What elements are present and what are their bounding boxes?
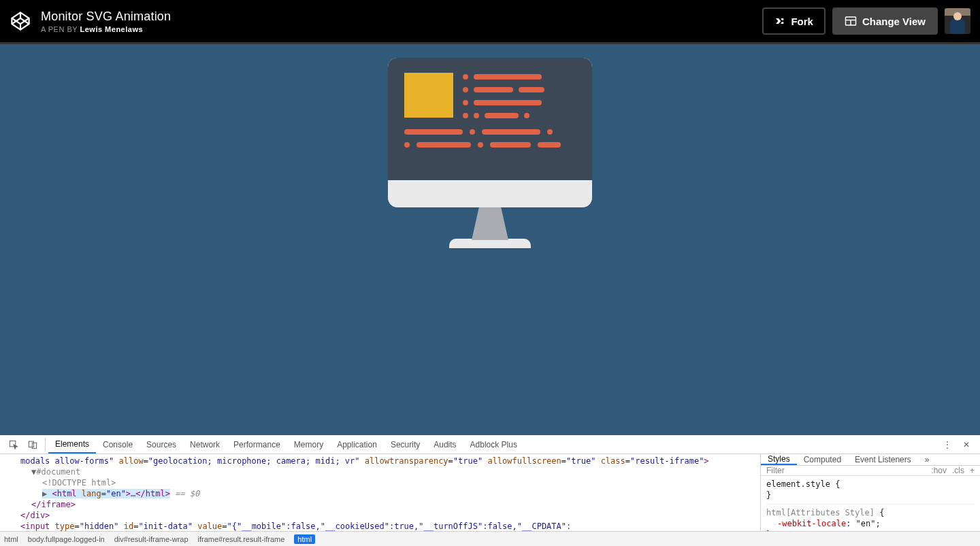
device-toggle-icon[interactable]: [23, 435, 42, 454]
screen-lines-right: [463, 73, 576, 118]
styles-tab-computed[interactable]: Computed: [797, 454, 848, 465]
tab-memory[interactable]: Memory: [287, 435, 330, 454]
crumb[interactable]: div#result-iframe-wrap: [114, 535, 189, 543]
hov-toggle[interactable]: :hov: [931, 466, 947, 475]
crumb[interactable]: html: [4, 535, 18, 543]
tab-elements[interactable]: Elements: [48, 435, 96, 454]
crumb-active[interactable]: html: [294, 534, 315, 544]
svg-rect-4: [29, 441, 33, 447]
screen-lines-bottom: [404, 129, 576, 148]
styles-tab-more-icon[interactable]: »: [918, 454, 936, 465]
elements-tree[interactable]: modals allow-forms" allow="geolocation; …: [0, 454, 761, 531]
tab-application[interactable]: Application: [330, 435, 384, 454]
pen-byline: A PEN BY Lewis Menelaws: [41, 25, 762, 33]
codepen-logo[interactable]: [10, 10, 31, 32]
tab-console[interactable]: Console: [96, 435, 140, 454]
app-header: Monitor SVG Animation A PEN BY Lewis Men…: [0, 0, 980, 42]
tab-performance[interactable]: Performance: [227, 435, 287, 454]
svg-rect-5: [32, 443, 36, 448]
author-link[interactable]: Lewis Menelaws: [80, 25, 144, 33]
styles-pane: Styles Computed Event Listeners » Filter…: [761, 454, 980, 531]
devtools-menu-icon[interactable]: ⋮: [938, 435, 957, 454]
devtools-close-icon[interactable]: ✕: [957, 435, 976, 454]
new-rule-icon[interactable]: +: [970, 466, 975, 475]
preview-pane: [0, 44, 980, 435]
tab-security[interactable]: Security: [384, 435, 427, 454]
title-block: Monitor SVG Animation A PEN BY Lewis Men…: [41, 10, 762, 33]
screen-thumbnail: [404, 73, 453, 118]
user-avatar[interactable]: [945, 8, 970, 34]
monitor-illustration: [388, 58, 592, 435]
styles-tab-listeners[interactable]: Event Listeners: [848, 454, 918, 465]
crumb[interactable]: iframe#result.result-iframe: [198, 535, 285, 543]
monitor-screen: [388, 58, 592, 180]
devtools-tabbar: Elements Console Sources Network Perform…: [0, 435, 980, 454]
tab-network[interactable]: Network: [183, 435, 227, 454]
change-view-button[interactable]: Change View: [832, 7, 938, 35]
monitor-body: [388, 58, 592, 207]
tab-audits[interactable]: Audits: [427, 435, 463, 454]
header-actions: Fork Change View: [762, 7, 970, 35]
styles-rules[interactable]: element.style { } html[Attributes Style]…: [761, 476, 980, 531]
monitor-base: [449, 239, 531, 248]
tab-sources[interactable]: Sources: [140, 435, 183, 454]
cls-toggle[interactable]: .cls: [952, 466, 964, 475]
inspect-icon[interactable]: [4, 435, 23, 454]
change-view-icon: [845, 16, 857, 27]
styles-tab-styles[interactable]: Styles: [761, 454, 797, 465]
fork-icon: [774, 16, 785, 27]
fork-button[interactable]: Fork: [762, 7, 826, 35]
pen-title: Monitor SVG Animation: [41, 10, 762, 24]
breadcrumb: html body.fullpage.logged-in div#result-…: [0, 531, 980, 546]
crumb[interactable]: body.fullpage.logged-in: [28, 535, 105, 543]
devtools-panel: Elements Console Sources Network Perform…: [0, 435, 980, 546]
monitor-neck: [472, 207, 508, 240]
tab-adblock[interactable]: Adblock Plus: [463, 435, 524, 454]
styles-filter-input[interactable]: Filter: [766, 466, 926, 475]
codepen-logo-icon: [11, 12, 30, 31]
